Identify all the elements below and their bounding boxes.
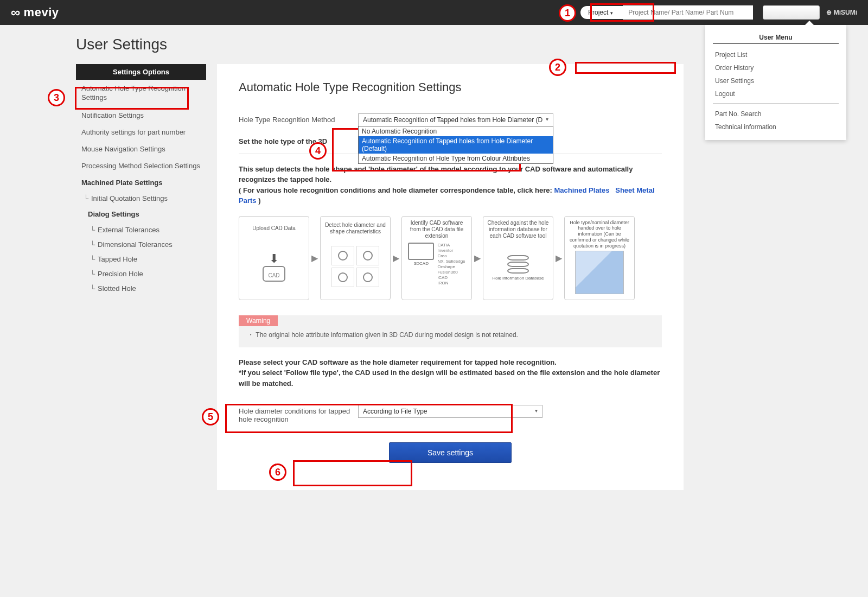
sidebar-item-hole-recognition[interactable]: Automatic Hole Type Recognition Settings [76,80,206,107]
menu-tech-info[interactable]: Technical information [705,120,846,134]
arrow-icon: ▶ [556,253,562,263]
menu-logout[interactable]: Logout [705,87,846,100]
search-input[interactable] [623,5,753,20]
app-header: ∞ meviy Project ⊕ MiSUMi [0,0,868,25]
download-icon: ⬇ [269,252,279,266]
ring-icon [363,251,373,261]
flow-step-3: Identify CAD software from the CAD data … [401,216,472,300]
flow-step-2: Detect hole diameter and shape character… [320,216,391,300]
user-menu-dropdown: User Menu Project List Order History Use… [705,25,846,140]
flow-step-1: Upload CAD Data ⬇ CAD [239,216,309,300]
ring-icon [338,272,348,282]
cad-file-icon: CAD [263,266,285,282]
caret-up-icon [805,21,814,25]
sidebar-item-mouse-nav[interactable]: Mouse Navigation Settings [76,141,206,157]
database-icon [507,255,529,274]
process-flow-diagram: Upload CAD Data ⬇ CAD ▶ Detect hole diam… [239,216,662,300]
desc-1: This setup detects the hole shape and 'h… [239,164,662,185]
arrow-icon: ▶ [474,253,481,263]
sidebar-header: Settings Options [76,64,206,80]
logo: ∞ meviy [11,5,59,20]
sidebar-section-machined: Machined Plate Settings [76,174,206,191]
sidebar-item-slotted[interactable]: Slotted Hole [76,281,206,296]
user-menu-title: User Menu [713,31,839,44]
menu-part-search[interactable]: Part No. Search [705,107,846,120]
sidebar-item-authority[interactable]: Authority settings for part number [76,124,206,141]
panel-heading: Automatic Hole Type Recognition Settings [239,80,662,94]
sidebar-item-processing[interactable]: Processing Method Selection Settings [76,157,206,174]
cad-software-list: CATIA Inventor Creo NX, Solidedge Onshap… [437,243,465,286]
ring-icon [363,272,373,282]
cond-value: According to File Type [363,408,427,415]
arrow-icon: ▶ [311,253,318,263]
method-value: Automatic Recognition of Tapped holes fr… [363,116,542,124]
sidebar-item-tapped[interactable]: Tapped Hole [76,252,206,266]
logo-text: meviy [24,5,59,20]
flow-step-5: Hole type/nominal diameter handed over t… [564,216,635,300]
method-label: Hole Type Recognition Method [239,113,358,124]
settings-sidebar: Settings Options Automatic Hole Type Rec… [76,64,206,296]
sidebar-item-dim-tol[interactable]: Dimensional Tolerances [76,237,206,252]
desc-2: ( For various hole recognition condition… [239,185,662,206]
cond-dropdown[interactable]: According to File Type [358,405,542,418]
cond-label: Hole diameter conditions for tapped hole… [239,405,358,423]
search-type-select[interactable]: Project [580,6,623,19]
sidebar-item-ext-tol[interactable]: External Tolerances [76,223,206,237]
sidebar-section-dialog: Dialog Settings [76,206,206,223]
menu-order-history[interactable]: Order History [705,61,846,74]
menu-user-settings[interactable]: User Settings [705,74,846,87]
method-option-colour[interactable]: Automatic Recognition of Hole Type from … [359,154,553,163]
method-option-default[interactable]: Automatic Recognition of Tapped holes fr… [359,136,553,154]
arrow-icon: ▶ [393,253,399,263]
main-panel: Automatic Hole Type Recognition Settings… [217,64,684,490]
link-machined-plates[interactable]: Machined Plates [554,186,610,194]
warning-text: ・ The original hole attribute informatio… [247,331,653,340]
callout-number-3: 3 [48,89,65,106]
flow-step-4: Checked against the hole information dat… [483,216,553,300]
desc-4: *If you select 'Follow file type', the C… [239,367,662,389]
warning-tag: Warning [239,315,278,326]
desc-3: Please select your CAD software as the h… [239,357,662,368]
save-button[interactable]: Save settings [389,442,512,463]
sidebar-item-notification[interactable]: Notification Settings [76,107,206,124]
laptop-icon [408,243,434,260]
sidebar-item-initial-quotation[interactable]: Initial Quotation Settings [76,191,206,206]
part-preview-icon [575,251,624,294]
menu-project-list[interactable]: Project List [705,48,846,61]
ring-icon [338,251,348,261]
user-account-button[interactable] [763,5,820,20]
method-dropdown[interactable]: Automatic Recognition of Tapped holes fr… [358,113,553,126]
method-option-none[interactable]: No Automatic Recognition [359,126,553,136]
sidebar-item-precision[interactable]: Precision Hole [76,266,206,281]
infinity-icon: ∞ [11,5,21,20]
method-dropdown-list: No Automatic Recognition Automatic Recog… [358,126,553,164]
misumi-logo: ⊕ MiSUMi [826,9,857,16]
warning-box: Warning ・ The original hole attribute in… [239,315,662,347]
